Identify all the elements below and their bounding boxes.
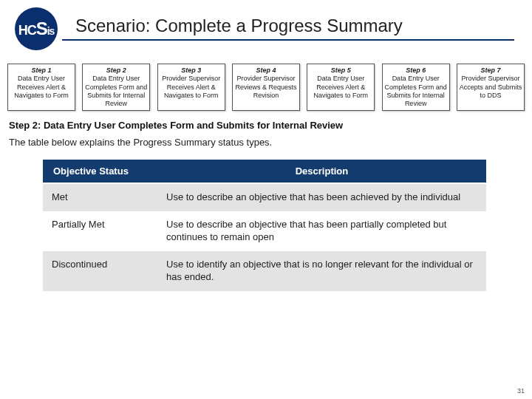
step-label: Step 3 (160, 66, 223, 75)
section-heading: Step 2: Data Entry User Completes Form a… (0, 118, 532, 137)
step-label: Step 4 (234, 66, 298, 75)
logo-letter-c: C (27, 23, 36, 38)
step-label: Step 6 (384, 66, 448, 75)
step-text: Data Entry User Completes Form and Submi… (385, 75, 447, 107)
step-box-2: Step 2 Data Entry User Completes Form an… (82, 64, 150, 111)
cell-desc: Use to describe an objective that has be… (157, 183, 486, 211)
header: HCSis Scenario: Complete a Progress Summ… (0, 0, 532, 50)
step-label: Step 2 (84, 66, 148, 75)
step-text: Data Entry User Completes Form and Submi… (85, 75, 147, 107)
step-text: Provider Supervisor Receives Alert & Nav… (162, 75, 220, 99)
status-table: Objective Status Description Met Use to … (43, 160, 486, 290)
logo-circle: HCSis (15, 7, 58, 50)
step-label: Step 7 (459, 66, 522, 75)
intro-text: The table below explains the Progress Su… (0, 137, 532, 155)
step-text: Provider Supervisor Accepts and Submits … (460, 75, 522, 99)
col-header-description: Description (157, 160, 486, 183)
step-label: Step 5 (309, 66, 372, 75)
table-row: Discontinued Use to identify an objectiv… (43, 251, 486, 291)
table-row: Partially Met Use to describe an objecti… (43, 211, 486, 251)
step-row: Step 1 Data Entry User Receives Alert & … (0, 50, 532, 118)
step-box-3: Step 3 Provider Supervisor Receives Aler… (157, 64, 225, 111)
col-header-status: Objective Status (43, 160, 157, 183)
cell-desc: Use to identify an objective that is no … (157, 251, 486, 291)
logo-letter-s: S (36, 18, 47, 38)
logo-text: HCSis (18, 18, 55, 39)
step-text: Provider Supervisor Reviews & Requests R… (235, 75, 296, 99)
step-label: Step 1 (10, 66, 73, 75)
logo: HCSis (10, 6, 62, 50)
step-text: Data Entry User Receives Alert & Navigat… (314, 75, 369, 99)
step-box-7: Step 7 Provider Supervisor Accepts and S… (457, 64, 525, 111)
step-text: Data Entry User Receives Alert & Navigat… (14, 75, 69, 99)
cell-status: Discontinued (43, 251, 157, 291)
logo-letter-h: H (18, 23, 27, 38)
step-box-6: Step 6 Data Entry User Completes Form an… (382, 64, 450, 111)
cell-status: Partially Met (43, 211, 157, 251)
table-row: Met Use to describe an objective that ha… (43, 183, 486, 211)
step-box-5: Step 5 Data Entry User Receives Alert & … (307, 64, 375, 111)
page-title: Scenario: Complete a Progress Summary (75, 16, 514, 36)
title-wrap: Scenario: Complete a Progress Summary (62, 16, 514, 41)
page-number: 31 (517, 387, 525, 395)
cell-status: Met (43, 183, 157, 211)
logo-letter-is: is (47, 25, 55, 37)
step-box-1: Step 1 Data Entry User Receives Alert & … (7, 64, 75, 111)
cell-desc: Use to describe an objective that has be… (157, 211, 486, 251)
step-box-4: Step 4 Provider Supervisor Reviews & Req… (232, 64, 300, 111)
